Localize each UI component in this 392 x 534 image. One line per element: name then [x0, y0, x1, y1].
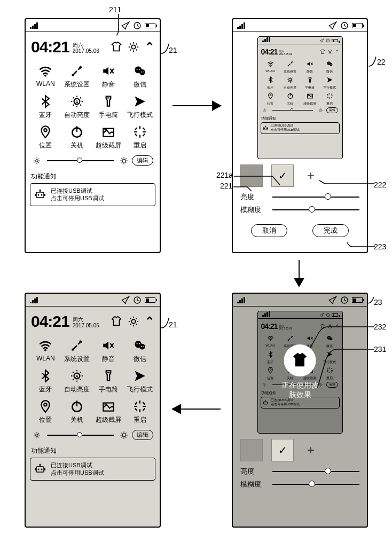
- toggle-restart[interactable]: 重启: [125, 399, 154, 425]
- gear-icon[interactable]: [128, 316, 139, 327]
- tshirt-fill-icon: [291, 351, 309, 370]
- toggle-location[interactable]: 位置: [31, 125, 60, 150]
- screenshot-icon: [101, 399, 115, 413]
- toggle-label: 微信: [326, 69, 333, 74]
- toggle-label: 手电筒: [305, 85, 315, 90]
- toggle-wifi[interactable]: WLAN: [31, 339, 60, 364]
- toggle-label: 手电筒: [99, 385, 118, 394]
- wifi-icon: [38, 64, 52, 78]
- bluetooth-icon: [38, 369, 52, 383]
- collapse-icon[interactable]: ⌃: [145, 315, 154, 328]
- toggle-wifi[interactable]: WLAN: [261, 60, 280, 74]
- toggle-wifi[interactable]: WLAN: [31, 64, 60, 89]
- callout-221a: 221a: [216, 171, 233, 179]
- restart-icon: [326, 92, 333, 99]
- toggle-label: 蓝牙: [267, 85, 273, 90]
- toggle-wechat[interactable]: 微信: [125, 64, 154, 89]
- toggle-flashlight[interactable]: 手电筒: [301, 76, 319, 90]
- toggle-tools[interactable]: 系统设置: [62, 64, 92, 89]
- notify-item[interactable]: 已连接USB调试 点击可停用USB调试: [30, 183, 155, 206]
- nav-icon: [328, 21, 337, 30]
- toggle-restart[interactable]: 重启: [320, 92, 339, 106]
- notify-sub: 点击可停用USB调试: [51, 194, 104, 202]
- edit-button[interactable]: 编辑: [132, 430, 153, 440]
- toggle-mute[interactable]: 静音: [301, 60, 319, 74]
- toggle-bluetooth[interactable]: 蓝牙: [31, 369, 60, 394]
- date: 2017.05.06: [73, 48, 99, 54]
- toggle-tools[interactable]: 系统设置: [62, 339, 92, 364]
- toggle-brightness[interactable]: 自动亮度: [281, 76, 300, 90]
- callout-231: 231: [374, 345, 386, 354]
- toggle-flashlight[interactable]: 手电筒: [94, 369, 123, 394]
- tshirt-icon[interactable]: [111, 316, 122, 327]
- brightness-slider[interactable]: [47, 160, 114, 161]
- airplane-icon: [133, 95, 147, 108]
- mute-icon: [101, 64, 115, 78]
- toggle-location[interactable]: 位置: [261, 92, 280, 106]
- toggle-label: 超级截屏: [96, 415, 121, 425]
- signal-icon: [237, 22, 245, 29]
- toggle-airplane[interactable]: 飞行模式: [125, 95, 154, 120]
- gear-icon[interactable]: [128, 41, 139, 53]
- applying-icon-circle: [284, 344, 316, 376]
- theme-blur-slider[interactable]: [272, 484, 359, 485]
- wechat-icon: [326, 60, 333, 67]
- toggle-mute[interactable]: 静音: [94, 64, 123, 89]
- notify-title: 已连接USB调试: [51, 187, 104, 194]
- done-button[interactable]: 完成: [312, 224, 349, 237]
- theme-brightness-slider[interactable]: [272, 471, 359, 472]
- toggle-screenshot[interactable]: 超级截屏: [301, 92, 319, 106]
- toggle-brightness[interactable]: 自动亮度: [62, 95, 92, 120]
- toggle-tools[interactable]: 系统设置: [281, 60, 300, 74]
- toggle-mute[interactable]: 静音: [94, 339, 123, 364]
- mute-icon: [307, 60, 313, 67]
- tools-icon: [287, 60, 294, 67]
- theme-preview: 04:21 周六2017.05.06 ⌃ WLAN系统设置静音微信蓝牙自动亮度手…: [233, 32, 367, 161]
- brightness-slider[interactable]: [47, 435, 114, 436]
- quick-toggle-grid: WLAN系统设置静音微信蓝牙自动亮度手电筒飞行模式位置关机超级截屏重启: [26, 62, 160, 154]
- restart-icon: [133, 399, 147, 413]
- add-swatch-button[interactable]: +: [302, 442, 319, 459]
- brightness-icon: [119, 156, 129, 166]
- theme-brightness-slider[interactable]: [272, 197, 359, 198]
- collapse-icon[interactable]: ⌃: [145, 40, 154, 54]
- toggle-label: 自动亮度: [64, 385, 90, 394]
- swatch-light[interactable]: ✓: [271, 439, 294, 461]
- toggle-label: 系统设置: [64, 355, 90, 364]
- toggle-bluetooth[interactable]: 蓝牙: [261, 76, 280, 90]
- toggle-screenshot[interactable]: 超级截屏: [94, 399, 123, 425]
- clock-icon: [133, 21, 142, 30]
- toggle-label: 静音: [307, 69, 313, 74]
- swatch-dark[interactable]: [240, 439, 263, 461]
- applying-overlay: 正在使用皮肤效果: [279, 344, 321, 400]
- toggle-label: 蓝牙: [39, 385, 52, 394]
- brightness-icon: [70, 369, 84, 383]
- toggle-label: 系统设置: [64, 80, 90, 89]
- toggle-power[interactable]: 关机: [62, 399, 92, 425]
- toggle-screenshot[interactable]: 超级截屏: [94, 125, 123, 150]
- toggle-wechat[interactable]: 微信: [125, 339, 154, 364]
- add-swatch-button[interactable]: +: [302, 167, 319, 184]
- toggle-wechat[interactable]: 微信: [320, 60, 339, 74]
- mute-icon: [101, 339, 115, 352]
- toggle-restart[interactable]: 重启: [125, 125, 154, 150]
- toggle-label: 系统设置: [284, 69, 296, 74]
- blur-label: 模糊度: [240, 205, 267, 215]
- toggle-airplane[interactable]: 飞行模式: [125, 369, 154, 394]
- toggle-power[interactable]: 关机: [281, 92, 300, 106]
- notify-item[interactable]: 已连接USB调试点击可停用USB调试: [30, 458, 155, 481]
- toggle-power[interactable]: 关机: [62, 125, 92, 150]
- toggle-location[interactable]: 位置: [31, 399, 60, 425]
- toggle-bluetooth[interactable]: 蓝牙: [31, 95, 60, 120]
- toggle-brightness[interactable]: 自动亮度: [62, 369, 92, 394]
- battery-icon: [352, 23, 363, 28]
- arrow-down: [288, 258, 310, 288]
- toggle-flashlight[interactable]: 手电筒: [94, 95, 123, 120]
- power-icon: [70, 125, 84, 139]
- theme-blur-slider[interactable]: [272, 209, 359, 210]
- edit-button[interactable]: 编辑: [132, 155, 153, 166]
- toggle-label: 蓝牙: [39, 111, 52, 120]
- cancel-button[interactable]: 取消: [251, 224, 287, 237]
- tshirt-icon[interactable]: [111, 41, 122, 53]
- toggle-airplane[interactable]: 飞行模式: [320, 76, 339, 90]
